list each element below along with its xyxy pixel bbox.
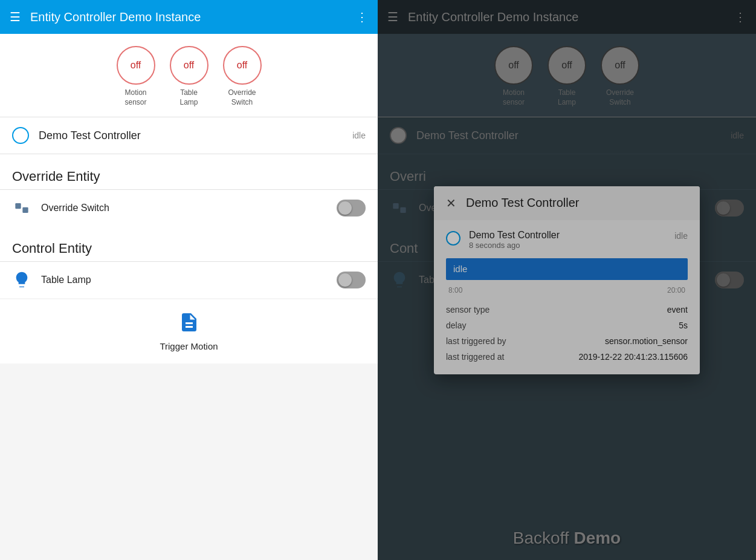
info-key-last-triggered-at: last triggered at (446, 352, 505, 362)
left-circles-section: off Motionsensor off TableLamp off Overr… (0, 34, 378, 117)
switch-icon-left (12, 198, 31, 218)
circle-badge-motion-left: off (117, 46, 155, 85)
info-row-last-triggered-by: last triggered by sensor.motion_sensor (446, 333, 688, 349)
dialog-overlay: ✕ Demo Test Controller Demo Test Control… (378, 0, 756, 560)
state-bar: idle (446, 258, 688, 280)
circle-override-switch-left[interactable]: off OverrideSwitch (223, 46, 262, 107)
state-bar-label: idle (453, 264, 467, 274)
info-row-last-triggered-at: last triggered at 2019-12-22 20:41:23.11… (446, 349, 688, 365)
circle-badge-override-left: off (223, 46, 262, 85)
more-icon-left[interactable]: ⋮ (356, 10, 368, 24)
left-control-heading: Control Entity (0, 226, 378, 261)
circle-label-motion-left: Motionsensor (124, 88, 146, 107)
left-trigger-label: Trigger Motion (160, 341, 218, 351)
dialog-close-button[interactable]: ✕ (446, 196, 456, 210)
info-table: sensor type event delay 5s last triggere… (446, 302, 688, 365)
hamburger-icon[interactable]: ☰ (10, 10, 21, 24)
right-panel: ☰ Entity Controller Demo Instance ⋮ off … (378, 0, 756, 560)
left-override-heading: Override Entity (0, 154, 378, 189)
info-val-sensor-type: event (667, 305, 688, 314)
circle-table-lamp-left[interactable]: off TableLamp (170, 46, 208, 107)
timeline-start: 8:00 (448, 286, 462, 295)
left-override-row: Override Switch (0, 189, 378, 226)
trigger-icon-left (178, 311, 200, 337)
left-trigger-section[interactable]: Trigger Motion (0, 299, 378, 363)
left-control-row: Table Lamp (0, 261, 378, 298)
svg-rect-1 (22, 207, 28, 213)
info-key-last-triggered-by: last triggered by (446, 336, 506, 346)
left-override-toggle[interactable] (337, 200, 366, 217)
left-topbar: ☰ Entity Controller Demo Instance ⋮ (0, 0, 378, 34)
dialog-header: ✕ Demo Test Controller (434, 186, 700, 220)
info-val-delay: 5s (679, 321, 688, 330)
state-bar-timeline: 8:00 20:00 (446, 284, 688, 297)
dialog-controller-row: Demo Test Controller 8 seconds ago idle (446, 230, 688, 250)
circle-motion-sensor-left[interactable]: off Motionsensor (117, 46, 155, 107)
dialog: ✕ Demo Test Controller Demo Test Control… (434, 186, 700, 374)
state-bar-container: idle (446, 258, 688, 280)
left-override-name: Override Switch (41, 203, 327, 213)
left-controller-row[interactable]: Demo Test Controller idle (0, 117, 378, 154)
circle-label-override-left: OverrideSwitch (228, 88, 256, 107)
left-control-toggle[interactable] (337, 272, 366, 288)
dialog-body: Demo Test Controller 8 seconds ago idle … (434, 220, 700, 374)
circle-label-lamp-left: TableLamp (179, 88, 198, 107)
info-key-sensor-type: sensor type (446, 305, 489, 314)
info-row-sensor-type: sensor type event (446, 302, 688, 317)
info-row-delay: delay 5s (446, 317, 688, 333)
bulb-icon-left (12, 270, 31, 290)
left-panel: ☰ Entity Controller Demo Instance ⋮ off … (0, 0, 378, 560)
left-controller-name: Demo Test Controller (39, 129, 343, 142)
info-val-last-triggered-at: 2019-12-22 20:41:23.115606 (578, 352, 688, 362)
dialog-title: Demo Test Controller (466, 196, 579, 210)
left-app-title: Entity Controller Demo Instance (30, 10, 356, 24)
dialog-controller-circle (446, 231, 460, 246)
svg-rect-0 (15, 203, 21, 209)
timeline-end: 20:00 (667, 286, 685, 295)
dialog-controller-time: 8 seconds ago (469, 241, 666, 250)
dialog-controller-status: idle (674, 230, 688, 241)
info-key-delay: delay (446, 321, 466, 330)
dialog-controller-info: Demo Test Controller 8 seconds ago (469, 230, 666, 250)
left-control-name: Table Lamp (41, 275, 327, 285)
circle-badge-lamp-left: off (170, 46, 208, 85)
dialog-controller-name: Demo Test Controller (469, 230, 666, 241)
info-val-last-triggered-by: sensor.motion_sensor (605, 336, 688, 346)
left-controller-status: idle (352, 131, 366, 140)
controller-circle-left (12, 127, 29, 144)
